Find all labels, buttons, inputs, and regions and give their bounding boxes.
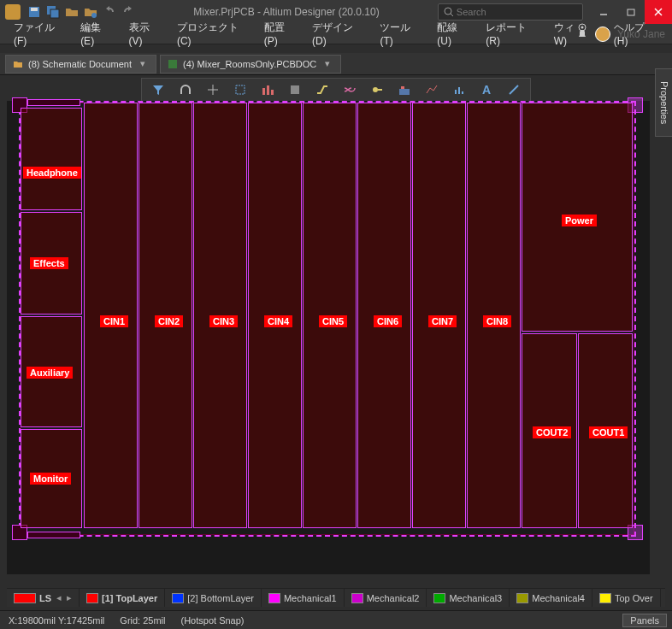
room-monitor[interactable]: Monitor <box>21 429 82 528</box>
status-bar: X:19800mil Y:17425mil Grid: 25mil (Hotsp… <box>0 610 672 629</box>
room-label: CIN4 <box>264 315 292 327</box>
line-icon[interactable] <box>506 82 522 97</box>
svg-line-30 <box>510 85 518 94</box>
align-icon[interactable] <box>260 82 275 97</box>
layer-tab-m3[interactable]: Mechanical3 <box>427 589 510 607</box>
svg-rect-27 <box>455 90 457 94</box>
menu-tool[interactable]: ツール (T) <box>373 19 430 49</box>
svg-rect-25 <box>399 89 410 95</box>
room-cin2[interactable]: CIN2 <box>139 103 192 528</box>
route-icon[interactable] <box>315 82 330 97</box>
layer-set-label: LS <box>39 593 51 603</box>
status-coords: X:19800mil Y:17425mil <box>9 615 104 626</box>
layer-tab-m4[interactable]: Mechanical4 <box>510 589 592 607</box>
layer-label: Mechanical1 <box>284 593 337 603</box>
room-cout1[interactable]: COUT1 <box>578 333 633 528</box>
search-box[interactable] <box>438 3 583 21</box>
window-title: Mixer.PrjPCB - Altium Designer (20.0.10) <box>135 6 438 18</box>
room-auxiliary[interactable]: Auxiliary <box>21 316 82 427</box>
room-cin5[interactable]: CIN5 <box>303 103 357 528</box>
room-label: Effects <box>30 257 68 269</box>
svg-rect-13 <box>168 60 177 68</box>
polygon-icon[interactable] <box>397 82 412 97</box>
pcbdoc-icon <box>168 59 178 69</box>
select-rect-icon[interactable] <box>233 82 248 97</box>
snap-icon[interactable] <box>178 82 193 97</box>
room-cout2[interactable]: COUT2 <box>522 333 577 528</box>
open-folder-icon[interactable] <box>65 5 79 19</box>
text-icon[interactable]: A <box>479 82 494 97</box>
pcb-workspace[interactable]: Headphone Effects Auxiliary Monitor CIN1… <box>7 101 650 574</box>
folder-icon <box>13 59 23 69</box>
undo-icon[interactable] <box>103 5 116 19</box>
layer-label: Mechanical3 <box>449 593 502 603</box>
room-cin3[interactable]: CIN3 <box>193 103 247 528</box>
layer-tab-bottom[interactable]: [2] BottomLayer <box>165 589 262 607</box>
diff-pair-icon[interactable] <box>342 82 357 97</box>
layer-label: Mechanical4 <box>532 593 585 603</box>
room-effects[interactable]: Effects <box>21 212 82 314</box>
save-all-icon[interactable] <box>46 5 60 19</box>
open-project-icon[interactable] <box>84 5 97 19</box>
room-label: CIN5 <box>319 315 347 327</box>
status-grid: Grid: 25mil <box>120 615 165 626</box>
layer-bar: LS◂▸ [1] TopLayer [2] BottomLayer Mechan… <box>7 588 665 607</box>
room-cin8[interactable]: CIN8 <box>467 103 521 528</box>
bar-chart-icon[interactable] <box>451 82 467 97</box>
redo-icon[interactable] <box>121 5 135 19</box>
svg-rect-19 <box>262 88 265 95</box>
room-label: CIN6 <box>374 315 402 327</box>
menu-view[interactable]: 表示 (V) <box>122 19 170 49</box>
room-cin7[interactable]: CIN7 <box>412 103 466 528</box>
crosshair-icon[interactable] <box>205 82 221 97</box>
layer-set-button[interactable]: LS◂▸ <box>7 589 80 607</box>
component-icon[interactable] <box>287 82 303 97</box>
room-headphone[interactable]: Headphone <box>21 108 82 210</box>
pcb-board: Headphone Effects Auxiliary Monitor CIN1… <box>19 101 636 537</box>
room-label: Monitor <box>30 473 71 485</box>
svg-rect-29 <box>462 91 463 94</box>
svg-rect-8 <box>628 9 634 15</box>
chevron-down-icon[interactable]: ▾ <box>321 58 333 69</box>
altium-logo-icon <box>5 4 21 20</box>
layer-tab-m1[interactable]: Mechanical1 <box>262 589 345 607</box>
menu-edit[interactable]: 編集 (E) <box>74 19 121 49</box>
via-key-icon[interactable] <box>369 82 385 97</box>
menu-report[interactable]: レポート (R) <box>479 19 546 49</box>
panels-button[interactable]: Panels <box>622 614 667 627</box>
layer-tab-top[interactable]: [1] TopLayer <box>80 589 165 607</box>
save-icon[interactable] <box>27 5 41 19</box>
document-tab-label: (4) Mixer_RoomsOnly.PCBDOC <box>183 59 316 69</box>
menu-project[interactable]: プロジェクト (C) <box>170 19 257 49</box>
svg-rect-18 <box>236 85 245 94</box>
room-label: CIN3 <box>209 315 238 327</box>
layer-tab-top-overlay[interactable]: Top Over <box>592 589 661 607</box>
room-cin1[interactable]: CIN1 <box>84 103 138 528</box>
menu-place[interactable]: 配置 (P) <box>257 19 305 49</box>
line-chart-icon[interactable] <box>424 82 439 97</box>
room-power[interactable]: Power <box>522 103 633 332</box>
room-cin6[interactable]: CIN6 <box>357 103 411 528</box>
chevron-down-icon[interactable]: ▾ <box>137 58 149 69</box>
filter-icon[interactable] <box>150 82 166 97</box>
bell-icon[interactable] <box>576 28 588 40</box>
search-input[interactable] <box>457 7 577 17</box>
layer-label: Mechanical2 <box>367 593 420 603</box>
document-tab[interactable]: (4) Mixer_RoomsOnly.PCBDOC ▾ <box>160 55 341 73</box>
svg-rect-22 <box>291 85 299 94</box>
project-tab[interactable]: (8) Schematic Document ▾ <box>5 55 156 73</box>
svg-rect-3 <box>50 9 59 18</box>
menu-file[interactable]: ファイル (F) <box>7 19 74 49</box>
room-label: Power <box>562 215 597 226</box>
layer-tab-m2[interactable]: Mechanical2 <box>345 589 427 607</box>
properties-panel-tab[interactable]: Properties <box>655 68 672 137</box>
menu-route[interactable]: 配線 (U) <box>430 19 479 49</box>
user-avatar-icon[interactable] <box>595 26 610 42</box>
layer-label: Top Over <box>615 593 653 603</box>
room-cin4[interactable]: CIN4 <box>248 103 302 528</box>
room-label: Headphone <box>23 167 81 179</box>
menu-bar: ファイル (F) 編集 (E) 表示 (V) プロジェクト (C) 配置 (P)… <box>0 24 672 44</box>
room-label: CIN7 <box>428 315 457 327</box>
room-label: CIN1 <box>100 315 128 327</box>
menu-design[interactable]: デザイン (D) <box>305 19 373 49</box>
